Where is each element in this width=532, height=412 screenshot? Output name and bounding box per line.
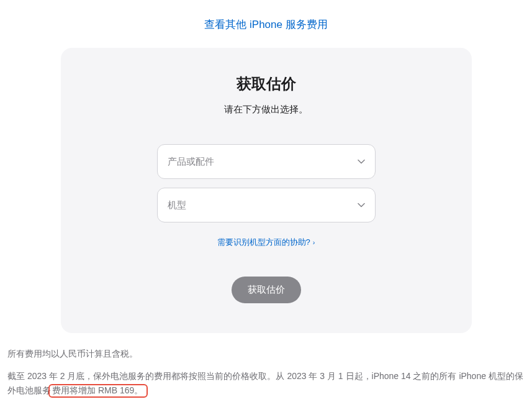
other-services-link[interactable]: 查看其他 iPhone 服务费用: [204, 19, 327, 30]
footer-line1: 所有费用均以人民币计算且含税。: [7, 347, 525, 360]
get-estimate-button[interactable]: 获取估价: [232, 277, 301, 303]
help-link-wrapper: 需要识别机型方面的协助? ›: [217, 236, 315, 248]
help-link-label: 需要识别机型方面的协助?: [217, 237, 310, 248]
footer-line2: 截至 2023 年 2 月底，保外电池服务的费用都将按照当前的价格收取。从 20…: [7, 369, 525, 397]
product-select-wrapper: 产品或配件: [157, 144, 376, 179]
footer-text: 所有费用均以人民币计算且含税。 截至 2023 年 2 月底，保外电池服务的费用…: [0, 333, 532, 397]
model-select[interactable]: 机型: [157, 188, 376, 222]
top-link-wrapper: 查看其他 iPhone 服务费用: [0, 0, 532, 42]
model-help-link[interactable]: 需要识别机型方面的协助? ›: [217, 237, 315, 248]
model-select-wrapper: 机型: [157, 188, 376, 222]
chevron-right-icon: ›: [313, 239, 315, 246]
footer-highlight: 费用将增加 RMB 169。: [48, 384, 148, 398]
product-select[interactable]: 产品或配件: [157, 144, 376, 179]
card-title: 获取估价: [237, 74, 296, 94]
card-subtitle: 请在下方做出选择。: [224, 104, 308, 116]
estimate-card: 获取估价 请在下方做出选择。 产品或配件 机型 需要识别机型方面的协助? › 获…: [61, 48, 472, 333]
